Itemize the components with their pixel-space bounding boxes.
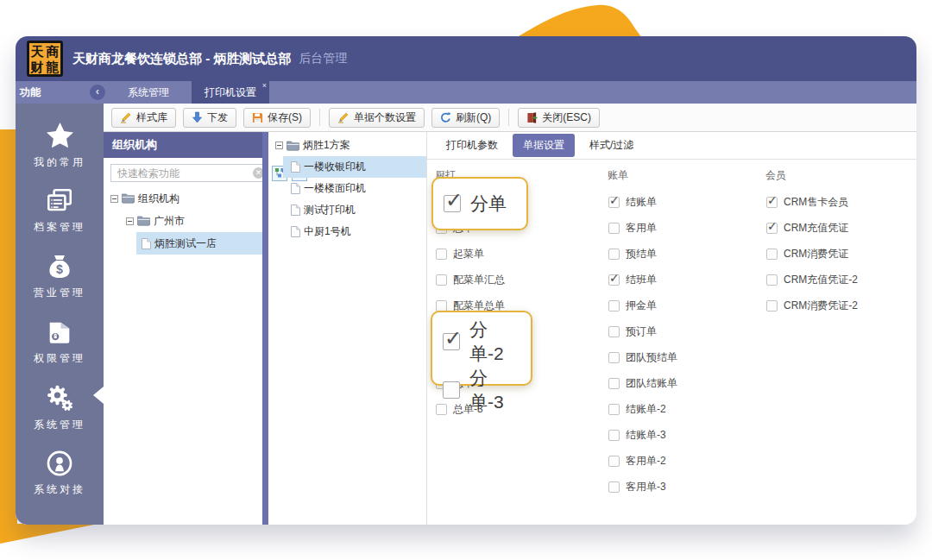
collapse-expander-icon[interactable] [126, 217, 134, 225]
checkbox[interactable]: ✓ [608, 274, 620, 286]
checkbox-label: 结账单 [626, 195, 657, 210]
gears-icon [44, 382, 75, 413]
detail-tab-style-filter[interactable]: 样式/过滤 [579, 134, 644, 157]
star-icon [45, 121, 75, 151]
toolbar-button-doc-count-settings[interactable]: 单据个数设置 [329, 108, 425, 128]
tree-item[interactable]: 测试打印机 [283, 199, 426, 221]
checkmark-icon: ✓ [609, 193, 620, 207]
download-arrow-icon [192, 111, 203, 123]
checkbox[interactable]: ✓ [766, 197, 778, 208]
checkbox[interactable] [766, 300, 778, 311]
toolbar-separator [508, 109, 509, 126]
org-panel-header: 组织机构 [104, 132, 262, 158]
tree-item-label: 广州市 [154, 214, 185, 229]
panel-divider[interactable] [262, 132, 268, 525]
tab-printer-settings[interactable]: 打印机设置× [192, 81, 269, 104]
checkbox[interactable] [436, 274, 447, 286]
checkbox[interactable]: ✓ [608, 197, 620, 208]
broadcast-icon [45, 449, 74, 478]
detail-tab-printer-params[interactable]: 打印机参数 [436, 134, 508, 157]
org-structure-panel: 组织机构 ✕ 组织机构广州市炳胜测试一店 [104, 132, 262, 525]
toolbar-separator [319, 109, 320, 126]
checkbox[interactable] [766, 274, 778, 286]
money-bag-icon: $ [45, 252, 74, 281]
checkbox[interactable] [608, 300, 620, 311]
sidebar-item-business-management[interactable]: $营业管理 [16, 243, 104, 309]
doc-settings-body: 厨打✓分单总单起菜单配菜单汇总配菜单总单✓分单-2分单-3总单-2总单-3账单✓… [427, 160, 916, 525]
tree-item-root[interactable]: 炳胜1方案 [268, 135, 426, 156]
detail-tab-doc-settings[interactable]: 单据设置 [513, 134, 575, 157]
checkmark-icon: ✓ [609, 271, 620, 285]
toolbar-button-label: 保存(S) [268, 110, 302, 125]
checkbox-row: ✓结班单 [608, 267, 657, 293]
search-input[interactable] [116, 167, 253, 180]
tree-item-label: 炳胜测试一店 [154, 236, 217, 251]
tree-item[interactable]: 组织机构 [104, 187, 262, 210]
checkbox[interactable] [608, 404, 620, 415]
toolbar-button-close[interactable]: 关闭(ESC) [518, 108, 600, 128]
checkbox[interactable] [608, 456, 620, 467]
tree-item[interactable]: 一楼楼面印机 [283, 178, 426, 199]
checkbox[interactable] [436, 300, 447, 311]
checkbox[interactable] [608, 249, 620, 260]
sidebar-item-archive-management[interactable]: 档案管理 [16, 178, 104, 243]
checkbox-label: CRM充值凭证 [784, 221, 848, 236]
collapse-back-icon[interactable]: ‹ [90, 85, 105, 100]
sidebar-item-my-favorites[interactable]: 我的常用 [16, 112, 104, 178]
checkbox-label: 预订单 [626, 324, 657, 339]
checkbox[interactable] [608, 223, 620, 234]
checkbox[interactable] [608, 378, 620, 389]
checkmark-icon: ✓ [445, 188, 463, 212]
toolbar-button-send-down[interactable]: 下发 [183, 108, 236, 128]
decor-yellow-ribbon [516, 0, 645, 41]
checkbox-row: 团队结账单 [608, 370, 677, 396]
toolbar-button-label: 下发 [207, 110, 228, 125]
checkbox[interactable]: ✓ [766, 223, 778, 234]
zoom-callout: ✓分单-2分单-3 [431, 311, 532, 386]
checkbox[interactable]: ✓ [443, 333, 460, 350]
close-tab-icon[interactable]: × [262, 81, 267, 90]
checkbox[interactable] [436, 249, 447, 260]
tree-item-label: 中厨1号机 [304, 224, 351, 239]
file-icon [291, 226, 300, 237]
toolbar-button-label: 关闭(ESC) [542, 110, 591, 125]
search-row: ✕ [104, 158, 262, 187]
checkbox-row: CRM充值凭证-2 [766, 267, 858, 293]
checkbox-row: 分单-3 [443, 366, 520, 414]
tree-item[interactable]: 中厨1号机 [283, 221, 426, 242]
logo-char: 龍 [47, 60, 60, 73]
checkbox[interactable]: ✓ [444, 195, 461, 212]
save-icon [252, 112, 263, 123]
checkbox-row: 押金单 [608, 293, 657, 318]
tree-item[interactable]: 一楼收银印机 [283, 156, 426, 178]
tree-item[interactable]: 炳胜测试一店 [136, 232, 262, 255]
window-title: 天财商龙餐饮连锁总部 - 炳胜测试总部 [72, 51, 291, 67]
checkbox[interactable] [608, 352, 620, 363]
checkbox-row: ✓结账单 [608, 189, 657, 215]
checkbox-label: 配菜单汇总 [453, 273, 505, 287]
checkbox[interactable] [608, 326, 620, 337]
tab-system-management[interactable]: 系统管理 [115, 81, 182, 104]
sidebar-item-system-integration[interactable]: 系统对接 [16, 440, 104, 506]
collapse-expander-icon[interactable] [110, 195, 118, 203]
checkbox[interactable] [443, 381, 460, 399]
checkbox-row: 客用单-2 [608, 448, 666, 474]
sidebar-item-label: 营业管理 [34, 286, 85, 300]
column-header: 会员 [765, 168, 786, 183]
checkbox-label: 分单-2 [469, 318, 520, 366]
toolbar-button-save[interactable]: 保存(S) [243, 108, 311, 128]
sidebar-item-system-management[interactable]: 系统管理 [16, 374, 104, 440]
checkbox[interactable] [608, 481, 620, 493]
collapse-expander-icon[interactable] [275, 142, 283, 149]
checkbox[interactable] [608, 430, 620, 441]
checkbox-label: 结账单-2 [626, 402, 666, 417]
files-icon [45, 186, 74, 216]
sidebar-item-permission-management[interactable]: 权限管理 [16, 309, 104, 374]
checkbox-row: ✓CRM售卡会员 [766, 189, 848, 215]
toolbar-button-refresh[interactable]: 刷新(Q) [431, 108, 500, 128]
tree-item-label: 炳胜1方案 [303, 138, 350, 153]
toolbar-button-style-library[interactable]: 样式库 [111, 108, 176, 128]
tree-item[interactable]: 广州市 [104, 210, 262, 232]
checkbox[interactable] [766, 249, 778, 260]
checkbox-label: 分单 [470, 192, 507, 216]
